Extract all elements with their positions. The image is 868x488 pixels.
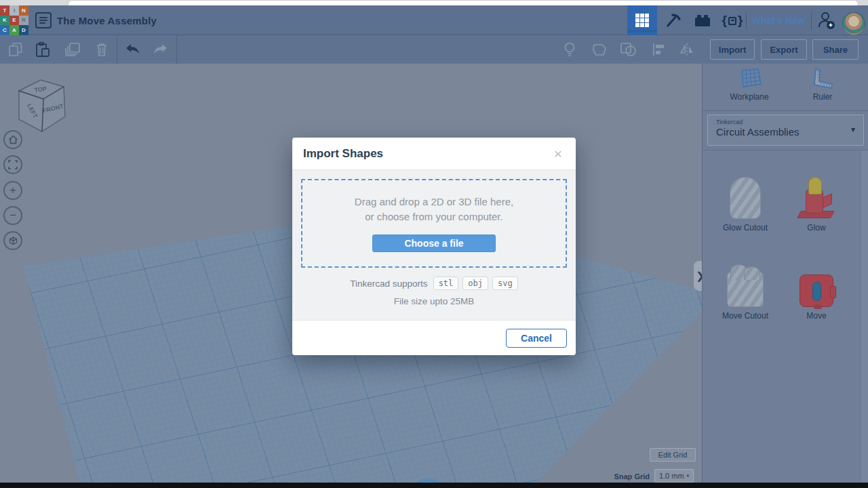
design-title: The Move Assembly	[57, 5, 157, 35]
duplicate-button[interactable]	[61, 35, 84, 64]
workplane-tool[interactable]: Workplane	[719, 68, 780, 102]
ortho-cube-icon	[8, 236, 18, 246]
export-button[interactable]: Export	[761, 39, 807, 60]
copy-icon	[8, 42, 23, 57]
toolbar-separator	[117, 35, 117, 64]
active-tab-indicator	[627, 30, 657, 33]
shapes-sidebar: Workplane Ruler Tinkercad Circuit Assemb…	[702, 64, 868, 483]
choose-file-button[interactable]: Choose a file	[372, 235, 496, 252]
home-view-button[interactable]	[3, 130, 22, 149]
shape-label: Move	[806, 311, 826, 321]
dropzone-text-line2: or choose from your computer.	[365, 209, 502, 224]
format-badge-svg: svg	[492, 277, 518, 290]
library-name: Circuit Assemblies	[716, 126, 800, 138]
logo-tile: R	[19, 16, 28, 26]
share-button[interactable]: Share	[812, 39, 859, 60]
snap-grid-label: Snap Grid	[597, 470, 650, 483]
codeblocks-button[interactable]: {}	[717, 5, 747, 35]
logo-tile: I	[9, 5, 19, 16]
supported-formats-row: Tinkercad supports stl obj svg	[301, 277, 567, 290]
shape-item-move-cutout[interactable]: Move Cutout	[711, 262, 779, 321]
library-brand: Tinkercad	[716, 119, 743, 125]
toolbar-separator	[176, 35, 177, 64]
zoom-in-button[interactable]: +	[3, 181, 22, 200]
workplane-icon	[736, 68, 762, 89]
paste-button[interactable]	[31, 35, 54, 64]
group-button[interactable]	[617, 35, 640, 64]
helper-tools-panel: Workplane Ruler	[703, 64, 868, 111]
zoom-out-button[interactable]: −	[3, 206, 22, 225]
perspective-toggle-button[interactable]	[3, 231, 22, 250]
edit-grid-button[interactable]: Edit Grid	[650, 448, 696, 462]
minecraft-button[interactable]	[659, 5, 688, 35]
logo-tile: A	[9, 25, 19, 35]
format-badge-stl: stl	[433, 277, 459, 290]
delete-button[interactable]	[90, 35, 113, 64]
whats-new-link[interactable]: What's New	[749, 5, 808, 35]
move-thumbnail[interactable]	[800, 274, 833, 307]
shape-item-move[interactable]: Move	[783, 262, 850, 321]
shape-label: Glow	[807, 223, 825, 232]
lightbulb-icon	[564, 41, 576, 58]
copy-button[interactable]	[4, 35, 27, 64]
codeblocks-icon	[728, 17, 736, 25]
snap-grid-select[interactable]: 1.0 mm ▴	[654, 469, 694, 483]
align-button[interactable]	[647, 35, 670, 64]
duplicate-icon	[64, 42, 81, 57]
file-dropzone[interactable]: Drag and drop a 2D or 3D file here, or c…	[301, 179, 567, 268]
file-size-note: File size upto 25MB	[301, 296, 567, 306]
tinkercad-logo[interactable]: T I N K E R C A D	[0, 5, 28, 35]
logo-tile: D	[19, 25, 28, 35]
brick-icon	[694, 13, 711, 28]
close-icon[interactable]: ×	[549, 144, 568, 163]
group-shapes-icon	[620, 41, 637, 58]
trash-icon	[95, 42, 108, 57]
supports-label: Tinkercad supports	[350, 279, 427, 289]
undo-button[interactable]	[121, 35, 144, 64]
ruler-tool[interactable]: Ruler	[792, 68, 853, 102]
glow-cutout-thumbnail[interactable]	[730, 177, 761, 219]
snap-grid-arrow-icon: ▴	[687, 472, 690, 478]
shape-label: Glow Cutout	[723, 223, 768, 232]
shape-label: Move Cutout	[722, 311, 768, 321]
avatar[interactable]	[842, 12, 865, 35]
move-cutout-thumbnail[interactable]	[727, 272, 764, 307]
dropzone-text-line1: Drag and drop a 2D or 3D file here,	[355, 195, 513, 209]
taskbar-edge	[0, 483, 868, 488]
modal-body: Drag and drop a 2D or 3D file here, or c…	[292, 170, 576, 320]
grid-icon	[635, 13, 650, 28]
header-separator	[811, 12, 812, 30]
logo-tile: N	[19, 5, 28, 16]
glow-thumbnail[interactable]	[797, 177, 835, 219]
paste-icon	[35, 41, 50, 58]
brace-right: }	[738, 13, 743, 28]
ruler-label: Ruler	[813, 92, 833, 102]
browser-urlbar-edge	[68, 0, 859, 5]
shape-icon	[591, 42, 608, 57]
shapes-scrollbar[interactable]	[861, 150, 868, 483]
shape-item-glow-cutout[interactable]: Glow Cutout	[711, 174, 779, 232]
view-cube[interactable]: TOP LEFT FRONT	[11, 73, 71, 138]
fit-view-button[interactable]	[3, 155, 22, 174]
hole-shape-button[interactable]	[588, 35, 611, 64]
redo-icon	[152, 43, 170, 56]
undo-icon	[123, 43, 141, 56]
shape-item-glow[interactable]: Glow	[783, 174, 850, 232]
import-button[interactable]: Import	[710, 39, 755, 60]
edit-toolbar: Import Export Share	[0, 35, 868, 64]
shapes-panel: Glow Cutout Glow Move Cutout	[703, 150, 868, 483]
invite-button[interactable]	[812, 5, 841, 35]
modal-header: Import Shapes ×	[292, 138, 576, 170]
shape-library-dropdown[interactable]: Tinkercad Circuit Assemblies ▾	[707, 115, 864, 146]
design-properties-icon[interactable]	[35, 12, 52, 28]
import-shapes-modal: Import Shapes × Drag and drop a 2D or 3D…	[292, 138, 576, 355]
chevron-down-icon: ▾	[851, 125, 855, 134]
redo-button[interactable]	[149, 35, 172, 64]
lego-button[interactable]	[689, 5, 716, 35]
mirror-button[interactable]	[675, 35, 698, 64]
modal-title: Import Shapes	[303, 138, 383, 170]
cancel-button[interactable]: Cancel	[506, 329, 567, 348]
workplane-label: Workplane	[730, 92, 768, 102]
modal-footer: Cancel	[292, 320, 576, 355]
material-button[interactable]	[558, 35, 581, 64]
